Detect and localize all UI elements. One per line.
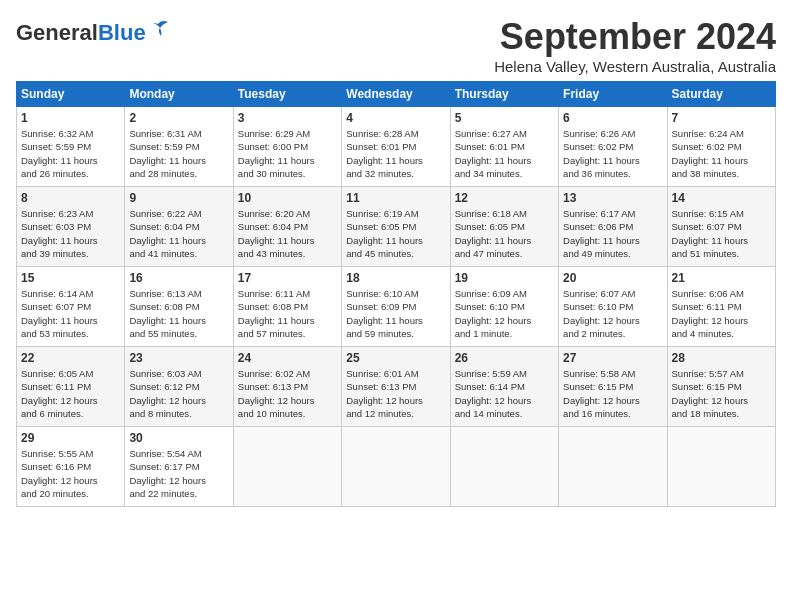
title-area: September 2024 Helena Valley, Western Au… bbox=[494, 16, 776, 75]
table-row: 1Sunrise: 6:32 AMSunset: 5:59 PMDaylight… bbox=[17, 107, 125, 187]
day-number: 26 bbox=[455, 351, 554, 365]
weekday-header-row: SundayMondayTuesdayWednesdayThursdayFrid… bbox=[17, 82, 776, 107]
day-number: 5 bbox=[455, 111, 554, 125]
day-number: 9 bbox=[129, 191, 228, 205]
day-info: Sunrise: 5:58 AMSunset: 6:15 PMDaylight:… bbox=[563, 367, 662, 420]
day-number: 4 bbox=[346, 111, 445, 125]
table-row: 20Sunrise: 6:07 AMSunset: 6:10 PMDayligh… bbox=[559, 267, 667, 347]
day-info: Sunrise: 6:28 AMSunset: 6:01 PMDaylight:… bbox=[346, 127, 445, 180]
table-row: 6Sunrise: 6:26 AMSunset: 6:02 PMDaylight… bbox=[559, 107, 667, 187]
calendar-week-1: 1Sunrise: 6:32 AMSunset: 5:59 PMDaylight… bbox=[17, 107, 776, 187]
calendar-week-2: 8Sunrise: 6:23 AMSunset: 6:03 PMDaylight… bbox=[17, 187, 776, 267]
day-number: 20 bbox=[563, 271, 662, 285]
day-number: 2 bbox=[129, 111, 228, 125]
day-info: Sunrise: 6:24 AMSunset: 6:02 PMDaylight:… bbox=[672, 127, 771, 180]
table-row: 5Sunrise: 6:27 AMSunset: 6:01 PMDaylight… bbox=[450, 107, 558, 187]
table-row: 14Sunrise: 6:15 AMSunset: 6:07 PMDayligh… bbox=[667, 187, 775, 267]
table-row: 8Sunrise: 6:23 AMSunset: 6:03 PMDaylight… bbox=[17, 187, 125, 267]
calendar-week-3: 15Sunrise: 6:14 AMSunset: 6:07 PMDayligh… bbox=[17, 267, 776, 347]
weekday-header-monday: Monday bbox=[125, 82, 233, 107]
day-info: Sunrise: 6:06 AMSunset: 6:11 PMDaylight:… bbox=[672, 287, 771, 340]
calendar-week-4: 22Sunrise: 6:05 AMSunset: 6:11 PMDayligh… bbox=[17, 347, 776, 427]
table-row: 2Sunrise: 6:31 AMSunset: 5:59 PMDaylight… bbox=[125, 107, 233, 187]
table-row: 9Sunrise: 6:22 AMSunset: 6:04 PMDaylight… bbox=[125, 187, 233, 267]
day-info: Sunrise: 5:55 AMSunset: 6:16 PMDaylight:… bbox=[21, 447, 120, 500]
table-row bbox=[233, 427, 341, 507]
table-row: 12Sunrise: 6:18 AMSunset: 6:05 PMDayligh… bbox=[450, 187, 558, 267]
day-info: Sunrise: 5:57 AMSunset: 6:15 PMDaylight:… bbox=[672, 367, 771, 420]
table-row: 19Sunrise: 6:09 AMSunset: 6:10 PMDayligh… bbox=[450, 267, 558, 347]
logo-bird-icon bbox=[148, 20, 170, 38]
table-row: 15Sunrise: 6:14 AMSunset: 6:07 PMDayligh… bbox=[17, 267, 125, 347]
table-row: 18Sunrise: 6:10 AMSunset: 6:09 PMDayligh… bbox=[342, 267, 450, 347]
table-row: 17Sunrise: 6:11 AMSunset: 6:08 PMDayligh… bbox=[233, 267, 341, 347]
day-number: 10 bbox=[238, 191, 337, 205]
logo-blue: Blue bbox=[98, 20, 146, 45]
day-number: 13 bbox=[563, 191, 662, 205]
day-info: Sunrise: 6:31 AMSunset: 5:59 PMDaylight:… bbox=[129, 127, 228, 180]
day-info: Sunrise: 6:15 AMSunset: 6:07 PMDaylight:… bbox=[672, 207, 771, 260]
day-number: 12 bbox=[455, 191, 554, 205]
weekday-header-tuesday: Tuesday bbox=[233, 82, 341, 107]
day-number: 24 bbox=[238, 351, 337, 365]
day-number: 23 bbox=[129, 351, 228, 365]
weekday-header-friday: Friday bbox=[559, 82, 667, 107]
day-info: Sunrise: 6:32 AMSunset: 5:59 PMDaylight:… bbox=[21, 127, 120, 180]
table-row: 29Sunrise: 5:55 AMSunset: 6:16 PMDayligh… bbox=[17, 427, 125, 507]
weekday-header-saturday: Saturday bbox=[667, 82, 775, 107]
table-row: 24Sunrise: 6:02 AMSunset: 6:13 PMDayligh… bbox=[233, 347, 341, 427]
day-number: 1 bbox=[21, 111, 120, 125]
day-info: Sunrise: 6:26 AMSunset: 6:02 PMDaylight:… bbox=[563, 127, 662, 180]
day-info: Sunrise: 6:14 AMSunset: 6:07 PMDaylight:… bbox=[21, 287, 120, 340]
day-info: Sunrise: 6:20 AMSunset: 6:04 PMDaylight:… bbox=[238, 207, 337, 260]
day-number: 21 bbox=[672, 271, 771, 285]
day-info: Sunrise: 6:18 AMSunset: 6:05 PMDaylight:… bbox=[455, 207, 554, 260]
table-row: 3Sunrise: 6:29 AMSunset: 6:00 PMDaylight… bbox=[233, 107, 341, 187]
day-number: 17 bbox=[238, 271, 337, 285]
table-row: 16Sunrise: 6:13 AMSunset: 6:08 PMDayligh… bbox=[125, 267, 233, 347]
table-row: 10Sunrise: 6:20 AMSunset: 6:04 PMDayligh… bbox=[233, 187, 341, 267]
day-number: 14 bbox=[672, 191, 771, 205]
day-number: 27 bbox=[563, 351, 662, 365]
day-info: Sunrise: 5:59 AMSunset: 6:14 PMDaylight:… bbox=[455, 367, 554, 420]
day-number: 19 bbox=[455, 271, 554, 285]
day-number: 3 bbox=[238, 111, 337, 125]
table-row bbox=[342, 427, 450, 507]
table-row: 7Sunrise: 6:24 AMSunset: 6:02 PMDaylight… bbox=[667, 107, 775, 187]
day-number: 30 bbox=[129, 431, 228, 445]
table-row bbox=[559, 427, 667, 507]
table-row: 28Sunrise: 5:57 AMSunset: 6:15 PMDayligh… bbox=[667, 347, 775, 427]
day-number: 29 bbox=[21, 431, 120, 445]
logo: GeneralBlue bbox=[16, 20, 170, 46]
table-row: 22Sunrise: 6:05 AMSunset: 6:11 PMDayligh… bbox=[17, 347, 125, 427]
table-row: 27Sunrise: 5:58 AMSunset: 6:15 PMDayligh… bbox=[559, 347, 667, 427]
day-info: Sunrise: 6:07 AMSunset: 6:10 PMDaylight:… bbox=[563, 287, 662, 340]
day-info: Sunrise: 6:05 AMSunset: 6:11 PMDaylight:… bbox=[21, 367, 120, 420]
day-info: Sunrise: 6:27 AMSunset: 6:01 PMDaylight:… bbox=[455, 127, 554, 180]
logo-general: General bbox=[16, 20, 98, 45]
table-row: 26Sunrise: 5:59 AMSunset: 6:14 PMDayligh… bbox=[450, 347, 558, 427]
table-row: 25Sunrise: 6:01 AMSunset: 6:13 PMDayligh… bbox=[342, 347, 450, 427]
table-row: 11Sunrise: 6:19 AMSunset: 6:05 PMDayligh… bbox=[342, 187, 450, 267]
day-info: Sunrise: 6:13 AMSunset: 6:08 PMDaylight:… bbox=[129, 287, 228, 340]
day-info: Sunrise: 6:23 AMSunset: 6:03 PMDaylight:… bbox=[21, 207, 120, 260]
location-title: Helena Valley, Western Australia, Austra… bbox=[494, 58, 776, 75]
day-info: Sunrise: 6:02 AMSunset: 6:13 PMDaylight:… bbox=[238, 367, 337, 420]
day-info: Sunrise: 6:01 AMSunset: 6:13 PMDaylight:… bbox=[346, 367, 445, 420]
day-number: 6 bbox=[563, 111, 662, 125]
table-row: 13Sunrise: 6:17 AMSunset: 6:06 PMDayligh… bbox=[559, 187, 667, 267]
day-number: 7 bbox=[672, 111, 771, 125]
day-number: 28 bbox=[672, 351, 771, 365]
calendar-week-5: 29Sunrise: 5:55 AMSunset: 6:16 PMDayligh… bbox=[17, 427, 776, 507]
table-row: 23Sunrise: 6:03 AMSunset: 6:12 PMDayligh… bbox=[125, 347, 233, 427]
day-info: Sunrise: 6:03 AMSunset: 6:12 PMDaylight:… bbox=[129, 367, 228, 420]
day-info: Sunrise: 6:11 AMSunset: 6:08 PMDaylight:… bbox=[238, 287, 337, 340]
table-row bbox=[450, 427, 558, 507]
day-number: 11 bbox=[346, 191, 445, 205]
day-info: Sunrise: 6:09 AMSunset: 6:10 PMDaylight:… bbox=[455, 287, 554, 340]
page-header: GeneralBlue September 2024 Helena Valley… bbox=[16, 16, 776, 75]
day-number: 15 bbox=[21, 271, 120, 285]
table-row bbox=[667, 427, 775, 507]
day-number: 18 bbox=[346, 271, 445, 285]
weekday-header-wednesday: Wednesday bbox=[342, 82, 450, 107]
